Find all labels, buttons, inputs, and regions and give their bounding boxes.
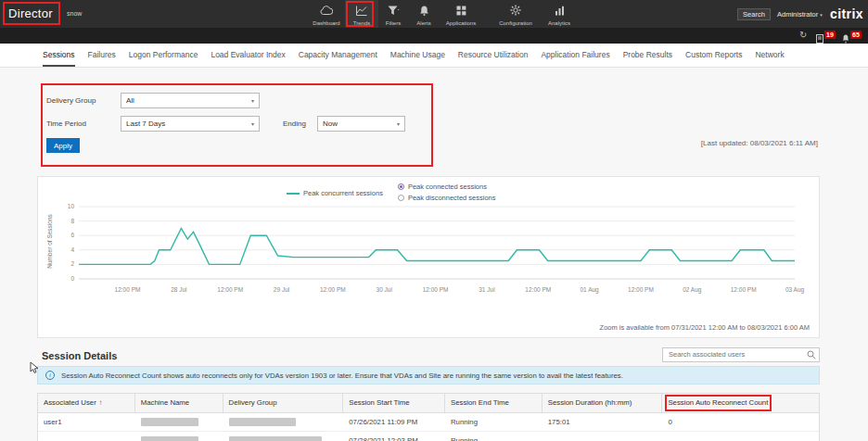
- nav-configuration[interactable]: Configuration: [491, 0, 540, 28]
- chevron-down-icon: ▾: [251, 97, 254, 104]
- top-bar: Director snow Dashboard Trends Filters A…: [0, 0, 868, 28]
- ending-select[interactable]: Now▾: [317, 116, 405, 132]
- svg-text:29 Jul: 29 Jul: [274, 286, 290, 293]
- col-session-start-time[interactable]: Session Start Time: [343, 394, 445, 412]
- info-banner: i Session Auto Reconnect Count shows aut…: [37, 366, 820, 384]
- radio-selected-icon: [398, 183, 404, 190]
- time-period-label: Time Period: [46, 120, 86, 128]
- chevron-down-icon: ▾: [820, 12, 823, 18]
- redacted-value: [229, 436, 322, 441]
- svg-text:12:00 PM: 12:00 PM: [525, 286, 551, 293]
- nav-alerts[interactable]: Alerts: [408, 0, 440, 28]
- chevron-down-icon: ▾: [251, 120, 254, 127]
- svg-text:12:00 PM: 12:00 PM: [115, 286, 141, 293]
- sessions-chart-svg[interactable]: 024681012:00 PM28 Jul12:00 PM29 Jul12:00…: [51, 197, 808, 320]
- nav-applications[interactable]: Applications: [440, 0, 482, 28]
- alert-count-badge: 19: [824, 31, 836, 39]
- svg-text:28 Jul: 28 Jul: [171, 286, 187, 293]
- col-session-auto-reconnect-count[interactable]: Session Auto Reconnect Count: [662, 394, 819, 412]
- sort-ascending-icon: ↑: [99, 398, 103, 407]
- tab-failures[interactable]: Failures: [88, 44, 116, 67]
- svg-text:12:00 PM: 12:00 PM: [628, 286, 654, 293]
- cell-delivery-group: [223, 413, 344, 431]
- user-menu[interactable]: Administrator ▾: [777, 10, 823, 19]
- tab-load-evaluator-index[interactable]: Load Evaluator Index: [211, 44, 285, 67]
- sessions-chart-panel: Peak concurrent sessions Peak connected …: [37, 176, 820, 338]
- utility-bar: ↻ 19 65: [0, 28, 868, 44]
- svg-text:10: 10: [68, 203, 75, 209]
- redacted-value: [141, 436, 198, 441]
- svg-text:03 Aug: 03 Aug: [785, 286, 805, 294]
- tab-network[interactable]: Network: [755, 44, 784, 67]
- svg-text:2: 2: [70, 260, 74, 267]
- redacted-value: [141, 418, 198, 426]
- director-trends-screen: Director snow Dashboard Trends Filters A…: [0, 0, 868, 441]
- tab-sessions[interactable]: Sessions: [43, 44, 75, 67]
- search-input[interactable]: [662, 347, 820, 362]
- nav-trends[interactable]: Trends: [345, 0, 378, 28]
- delivery-group-select[interactable]: All▾: [121, 93, 260, 108]
- table-row[interactable]: 07/28/2021 12:03 PM Running: [38, 432, 819, 441]
- director-logo: Director: [8, 6, 53, 20]
- table-header-row: Associated User↑ Machine Name Delivery G…: [38, 394, 819, 413]
- svg-text:12:00 PM: 12:00 PM: [217, 286, 243, 293]
- tab-logon-performance[interactable]: Logon Performance: [129, 44, 198, 67]
- bar-chart-icon: [555, 3, 565, 19]
- citrix-logo: citrix: [830, 6, 863, 21]
- session-details-table: Associated User↑ Machine Name Delivery G…: [37, 393, 820, 441]
- cell-machine-name: [135, 432, 223, 441]
- svg-text:30 Jul: 30 Jul: [377, 286, 393, 293]
- col-delivery-group[interactable]: Delivery Group: [223, 394, 344, 412]
- table-row[interactable]: user1 07/26/2021 11:09 PM Running 175:01…: [38, 413, 819, 432]
- filter-icon: [388, 3, 400, 19]
- cell-machine-name: [135, 413, 223, 431]
- legend-line-swatch: [287, 193, 300, 195]
- nav-dashboard[interactable]: Dashboard: [308, 0, 345, 28]
- redacted-value: [229, 418, 296, 426]
- tab-resource-utilization[interactable]: Resource Utilization: [458, 44, 529, 67]
- tab-probe-results[interactable]: Probe Results: [623, 44, 672, 67]
- svg-text:4: 4: [70, 246, 74, 253]
- cloud-icon: [320, 3, 333, 19]
- cell-session-end-time: Running: [445, 413, 542, 431]
- site-name: snow: [67, 10, 82, 17]
- cell-associated-user: user1: [38, 413, 135, 431]
- svg-text:02 Aug: 02 Aug: [683, 286, 702, 294]
- apply-button[interactable]: Apply: [46, 138, 80, 153]
- nav-filters[interactable]: Filters: [378, 0, 408, 28]
- gear-icon: [510, 3, 521, 19]
- tab-capacity-management[interactable]: Capacity Management: [299, 44, 377, 67]
- grid-icon: [456, 3, 466, 19]
- cell-session-auto-reconnect-count: [662, 432, 819, 441]
- info-icon: i: [45, 371, 55, 380]
- last-updated-text: [Last updated: 08/03/2021 6:11 AM]: [701, 139, 818, 147]
- svg-text:8: 8: [70, 218, 74, 224]
- tab-application-failures[interactable]: Application Failures: [541, 44, 609, 67]
- time-period-select[interactable]: Last 7 Days▾: [121, 116, 260, 132]
- col-associated-user[interactable]: Associated User↑: [38, 394, 135, 412]
- search-icon[interactable]: [807, 346, 816, 363]
- nav-label: Analytics: [548, 20, 570, 26]
- cell-session-end-time: Running: [445, 432, 542, 441]
- col-machine-name[interactable]: Machine Name: [135, 394, 223, 412]
- col-session-end-time[interactable]: Session End Time: [445, 394, 542, 412]
- refresh-icon[interactable]: ↻: [799, 30, 807, 40]
- svg-text:6: 6: [70, 232, 74, 238]
- svg-text:01 Aug: 01 Aug: [580, 286, 599, 294]
- nav-label: Configuration: [499, 20, 532, 26]
- cell-session-start-time: 07/26/2021 11:09 PM: [343, 413, 445, 431]
- cell-delivery-group: [223, 432, 344, 441]
- nav-analytics[interactable]: Analytics: [540, 0, 579, 28]
- tab-custom-reports[interactable]: Custom Reports: [685, 44, 742, 67]
- top-navigation: Dashboard Trends Filters Alerts Applicat…: [308, 0, 579, 28]
- tab-machine-usage[interactable]: Machine Usage: [390, 44, 445, 67]
- zoom-availability-note: Zoom is available from 07/31/2021 12:00 …: [600, 323, 810, 332]
- search-button[interactable]: Search: [737, 8, 771, 20]
- mouse-cursor: [30, 361, 40, 378]
- svg-text:12:00 PM: 12:00 PM: [423, 286, 449, 293]
- chevron-down-icon: ▾: [397, 120, 400, 127]
- legend-peak-connected[interactable]: Peak connected sessions: [398, 183, 496, 191]
- nav-label: Dashboard: [313, 20, 339, 26]
- cell-session-start-time: 07/28/2021 12:03 PM: [343, 432, 445, 441]
- col-session-duration[interactable]: Session Duration (hh:mm): [542, 394, 663, 412]
